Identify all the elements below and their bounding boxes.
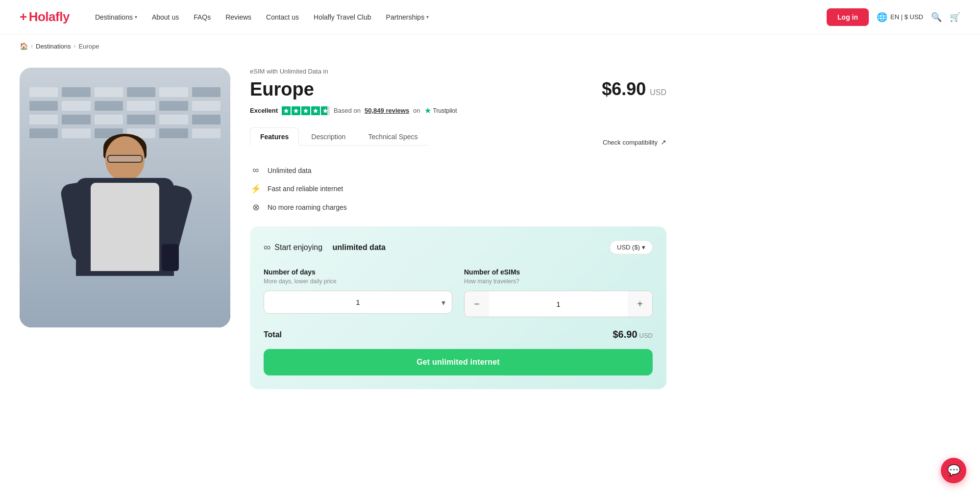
- star-2: [292, 106, 300, 115]
- currency-dropdown[interactable]: USD ($) ▾: [610, 240, 653, 254]
- brand-logo[interactable]: +Holafly: [20, 9, 70, 25]
- breadcrumb-destinations[interactable]: Destinations: [36, 43, 71, 50]
- tab-features[interactable]: Features: [250, 127, 299, 146]
- product-image-container: [20, 68, 230, 389]
- nav-reviews[interactable]: Reviews: [220, 9, 257, 25]
- price-value: $6.90: [602, 79, 646, 99]
- days-select-wrapper: 1 2 3 5 7 10 14 21 30 ▾: [264, 291, 452, 314]
- tab-row: Features Description Technical Specs Che…: [250, 127, 666, 157]
- language-selector[interactable]: 🌐 EN | $ USD: [877, 12, 923, 23]
- esims-label: Number of eSIMs: [464, 268, 653, 276]
- nav-faqs[interactable]: FAQs: [188, 9, 217, 25]
- card-title-bold: unlimited data: [333, 243, 386, 252]
- nav-partnerships[interactable]: Partnerships ▾: [380, 9, 435, 25]
- product-title: Europe: [250, 79, 314, 100]
- days-label: Number of days: [264, 268, 452, 276]
- days-sub-label: More days, lower daily price: [264, 278, 452, 285]
- tab-description[interactable]: Description: [301, 127, 356, 146]
- currency-chevron-icon: ▾: [642, 244, 645, 251]
- tabs-wrapper: Features Description Technical Specs Che…: [250, 127, 666, 157]
- breadcrumb-sep-2: ›: [74, 43, 76, 50]
- feature-label-roaming: No more roaming charges: [268, 203, 347, 211]
- days-group: Number of days More days, lower daily pr…: [264, 268, 452, 317]
- rating-label: Excellent: [250, 107, 278, 114]
- price-currency: USD: [650, 88, 666, 97]
- card-title: ∞ Start enjoying unlimited data: [264, 242, 386, 253]
- esim-count-value: 1: [489, 293, 628, 315]
- esim-label: eSIM with Unlimited Data in: [250, 68, 666, 75]
- navbar: +Holafly Destinations ▾ About us FAQs Re…: [0, 0, 980, 34]
- features-list: ∞ Unlimited data ⚡ Fast and reliable int…: [250, 165, 666, 213]
- unlimited-data-card: ∞ Start enjoying unlimited data USD ($) …: [250, 226, 666, 389]
- card-header: ∞ Start enjoying unlimited data USD ($) …: [264, 240, 653, 254]
- esim-counter: − 1 +: [464, 291, 653, 317]
- rating-based-on: Based on: [334, 107, 361, 114]
- external-link-icon: ↗: [661, 138, 666, 146]
- total-price-value: $6.90: [612, 329, 637, 340]
- product-details: eSIM with Unlimited Data in Europe $6.90…: [250, 68, 666, 389]
- nav-about[interactable]: About us: [146, 9, 185, 25]
- star-3: [301, 106, 310, 115]
- days-select[interactable]: 1 2 3 5 7 10 14 21 30: [264, 291, 452, 314]
- lang-label: EN | $ USD: [890, 13, 923, 21]
- partnerships-chevron-icon: ▾: [426, 14, 429, 20]
- total-price: $6.90 USD: [612, 329, 653, 340]
- rating-row: Excellent Based on 50,849 reviews on ★ T…: [250, 106, 666, 115]
- form-grid: Number of days More days, lower daily pr…: [264, 268, 653, 317]
- nav-travel-club[interactable]: Holafly Travel Club: [308, 9, 377, 25]
- product-image: [20, 68, 230, 327]
- star-4: [311, 106, 320, 115]
- person-shirt: [91, 183, 159, 271]
- logo-text: Holafly: [29, 9, 70, 25]
- feature-label-fast: Fast and reliable internet: [268, 185, 343, 193]
- breadcrumb-sep-1: ›: [31, 43, 33, 50]
- check-compatibility-button[interactable]: Check compatibility ↗: [603, 138, 666, 146]
- infinity-icon: ∞: [250, 165, 262, 175]
- stars: [282, 106, 330, 115]
- search-icon[interactable]: 🔍: [931, 12, 942, 23]
- total-currency-label: USD: [639, 332, 653, 339]
- star-1: [282, 106, 291, 115]
- breadcrumb-home-icon[interactable]: 🏠: [20, 42, 28, 50]
- trustpilot-label: Trustpilot: [433, 107, 457, 114]
- currency-label: USD ($): [617, 244, 640, 251]
- card-infinity-icon: ∞: [264, 242, 270, 253]
- increment-button[interactable]: +: [628, 291, 652, 317]
- person-glasses: [107, 155, 143, 163]
- feature-no-roaming: ⊗ No more roaming charges: [250, 202, 666, 213]
- person-phone: [162, 244, 179, 271]
- person-figure: [56, 122, 194, 327]
- feature-fast-internet: ⚡ Fast and reliable internet: [250, 183, 666, 194]
- total-row: Total $6.90 USD: [264, 329, 653, 340]
- breadcrumb: 🏠 › Destinations › Europe: [0, 34, 980, 58]
- feature-unlimited-data: ∞ Unlimited data: [250, 165, 666, 175]
- total-label: Total: [264, 330, 282, 339]
- feature-label-unlimited: Unlimited data: [268, 167, 312, 174]
- nav-contact[interactable]: Contact us: [260, 9, 305, 25]
- card-title-start: Start enjoying: [274, 243, 322, 252]
- esims-group: Number of eSIMs How many travelers? − 1 …: [464, 268, 653, 317]
- get-unlimited-button[interactable]: Get unlimited internet: [264, 349, 653, 375]
- product-header: Europe $6.90 USD: [250, 79, 666, 100]
- lightning-icon: ⚡: [250, 183, 262, 194]
- nav-destinations[interactable]: Destinations ▾: [89, 9, 143, 25]
- no-roaming-icon: ⊗: [250, 202, 262, 213]
- tab-technical-specs[interactable]: Technical Specs: [358, 127, 428, 146]
- trustpilot-badge: ★ Trustpilot: [424, 106, 457, 115]
- breadcrumb-current: Europe: [79, 43, 99, 50]
- main-content: eSIM with Unlimited Data in Europe $6.90…: [0, 58, 686, 419]
- trustpilot-star-icon: ★: [424, 106, 431, 115]
- check-compat-label: Check compatibility: [603, 139, 658, 146]
- product-price: $6.90 USD: [602, 79, 666, 99]
- destinations-chevron-icon: ▾: [135, 14, 137, 20]
- rating-review-link[interactable]: 50,849 reviews: [365, 107, 409, 114]
- flag-icon: 🌐: [877, 12, 887, 23]
- esims-sub-label: How many travelers?: [464, 278, 653, 285]
- cart-icon[interactable]: 🛒: [950, 12, 960, 23]
- decrement-button[interactable]: −: [465, 291, 489, 317]
- nav-right: Log in 🌐 EN | $ USD 🔍 🛒: [827, 8, 960, 26]
- nav-links: Destinations ▾ About us FAQs Reviews Con…: [89, 9, 827, 25]
- person-silhouette: [20, 68, 230, 327]
- login-button[interactable]: Log in: [827, 8, 869, 26]
- rating-on-text: on: [413, 107, 420, 114]
